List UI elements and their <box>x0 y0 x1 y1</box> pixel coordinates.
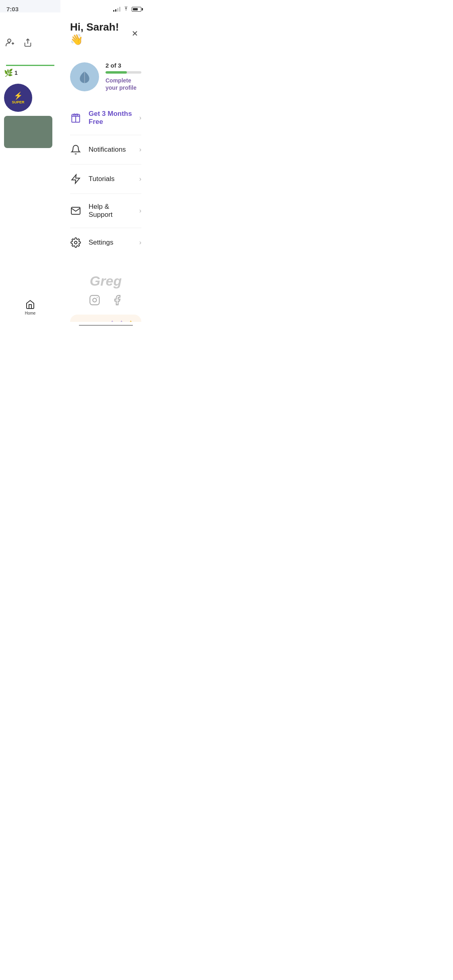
lightning-icon <box>70 173 81 185</box>
wifi-icon <box>123 6 129 13</box>
home-icon-bg <box>25 300 35 309</box>
svg-point-11 <box>93 298 96 302</box>
bg-time: 7:03 <box>6 6 19 12</box>
profile-count: 2 of 3 <box>105 62 141 69</box>
plant-4 <box>125 315 141 317</box>
menu-item-help-support[interactable]: Help & Support › <box>70 194 141 228</box>
menu-label-get-months-free: Get 3 Months Free <box>89 110 132 126</box>
profile-info: 2 of 3 Complete your profile <box>105 62 141 91</box>
bell-icon <box>70 144 81 155</box>
chevron-icon-settings: › <box>139 239 141 246</box>
menu-label-settings: Settings <box>89 239 132 247</box>
super-badge: ⚡ SUPER <box>4 84 32 112</box>
menu-item-notifications[interactable]: Notifications › <box>70 135 141 165</box>
leaf-count: 🌿 1 <box>0 66 60 80</box>
greeting-title: Hi, Sarah! 👋 <box>70 21 128 46</box>
progress-bar-track <box>105 71 141 74</box>
gift-icon <box>70 112 81 124</box>
share-icon <box>22 37 34 49</box>
left-top-icons <box>0 12 60 49</box>
chevron-icon-tutorials: › <box>139 175 141 183</box>
svg-point-9 <box>74 241 77 244</box>
menu-item-settings[interactable]: Settings › <box>70 228 141 257</box>
menu-item-get-months-free[interactable]: Get 3 Months Free › <box>70 101 141 135</box>
brand-name: Greg <box>70 273 141 289</box>
menu-list: Get 3 Months Free › Notifications › Tuto… <box>70 101 141 257</box>
illustration-area: ✦ ✦ ✦ <box>70 315 141 322</box>
profile-section: 2 of 3 Complete your profile <box>70 56 141 101</box>
menu-item-tutorials[interactable]: Tutorials › <box>70 165 141 194</box>
chevron-icon-get-months-free: › <box>139 114 141 121</box>
social-icons <box>70 294 141 307</box>
plant-1 <box>70 315 86 317</box>
status-icons <box>113 6 141 13</box>
svg-point-0 <box>8 39 11 42</box>
star-3: ✦ <box>128 319 133 322</box>
menu-drawer: Hi, Sarah! 👋 2 of 3 Complete your profil… <box>60 0 151 327</box>
envelope-icon <box>70 205 81 216</box>
complete-profile-link[interactable]: Complete your profile <box>105 77 137 91</box>
signal-icon <box>113 7 120 12</box>
svg-marker-8 <box>72 175 80 183</box>
plant-2 <box>89 315 105 317</box>
menu-label-notifications: Notifications <box>89 146 132 154</box>
progress-bar-fill <box>105 71 127 74</box>
star-2: ✦ <box>119 319 124 322</box>
stars-decoration: ✦ ✦ ✦ <box>110 319 133 322</box>
add-person-icon <box>4 37 16 49</box>
menu-label-tutorials: Tutorials <box>89 175 132 183</box>
menu-label-help-support: Help & Support <box>89 203 132 219</box>
star-1: ✦ <box>110 319 115 322</box>
branding-section: Greg <box>70 267 141 310</box>
instagram-icon[interactable] <box>88 294 101 307</box>
plant-3 <box>107 315 123 317</box>
svg-point-12 <box>97 297 97 298</box>
battery-icon <box>132 7 141 12</box>
home-label-bg: Home <box>25 311 36 315</box>
facebook-icon[interactable] <box>111 294 124 307</box>
background-panel: 7:03 🌿 1 <box>0 0 60 327</box>
svg-rect-10 <box>90 295 99 305</box>
gear-icon <box>70 237 81 248</box>
avatar <box>70 62 99 91</box>
plant-thumbnail <box>4 116 52 148</box>
chevron-icon-help-support: › <box>139 207 141 214</box>
close-button[interactable] <box>128 26 141 41</box>
chevron-icon-notifications: › <box>139 146 141 153</box>
